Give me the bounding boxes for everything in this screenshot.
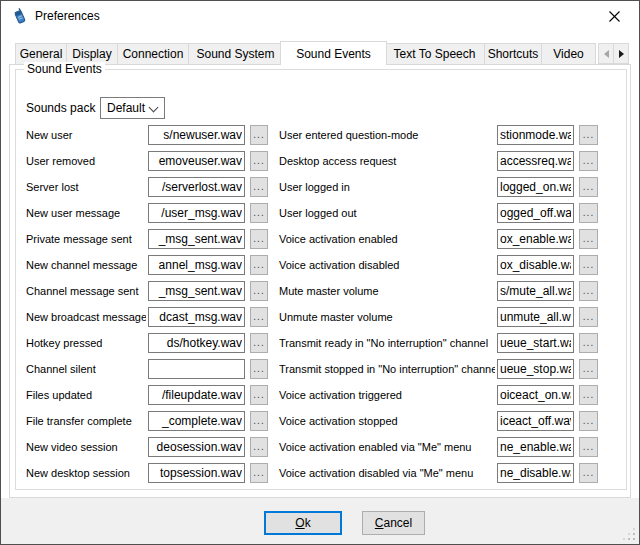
tab-sound-system[interactable]: Sound System bbox=[188, 43, 283, 64]
browse-button[interactable]: ... bbox=[579, 229, 598, 249]
tab-scroll-left-button[interactable] bbox=[598, 43, 614, 64]
browse-button[interactable]: ... bbox=[250, 125, 268, 145]
sound-file-input[interactable] bbox=[148, 151, 245, 171]
sound-file-input[interactable] bbox=[148, 229, 245, 249]
sounds-pack-value: Default bbox=[107, 98, 145, 118]
tab-sound-events[interactable]: Sound Events bbox=[280, 41, 387, 65]
browse-button[interactable]: ... bbox=[579, 307, 598, 327]
browse-button[interactable]: ... bbox=[579, 151, 598, 171]
tab-scroll-right-button[interactable] bbox=[613, 43, 629, 64]
sound-file-input[interactable] bbox=[497, 281, 574, 301]
sound-file-input[interactable] bbox=[148, 307, 245, 327]
tab-connection[interactable]: Connection bbox=[117, 43, 189, 64]
tab-label: General bbox=[20, 47, 63, 61]
event-label: File transfer complete bbox=[26, 411, 146, 431]
sound-file-input[interactable] bbox=[497, 385, 574, 405]
sound-file-input[interactable] bbox=[497, 333, 574, 353]
tab-display[interactable]: Display bbox=[66, 43, 118, 64]
browse-button[interactable]: ... bbox=[579, 359, 598, 379]
browse-button[interactable]: ... bbox=[579, 255, 598, 275]
event-label: Voice activation enabled via "Me" menu bbox=[279, 437, 495, 457]
tab-general[interactable]: General bbox=[15, 43, 67, 64]
browse-button[interactable]: ... bbox=[579, 463, 598, 483]
browse-button[interactable]: ... bbox=[250, 255, 268, 275]
browse-button[interactable]: ... bbox=[250, 411, 268, 431]
event-label: Voice activation disabled via "Me" menu bbox=[279, 463, 495, 483]
groupbox-title: Sound Events bbox=[24, 62, 105, 76]
sound-file-input[interactable] bbox=[148, 463, 245, 483]
sound-file-input[interactable] bbox=[497, 307, 574, 327]
browse-button[interactable]: ... bbox=[250, 359, 268, 379]
event-label: Files updated bbox=[26, 385, 146, 405]
ok-button[interactable]: Ok bbox=[264, 511, 342, 535]
browse-button[interactable]: ... bbox=[579, 281, 598, 301]
browse-button[interactable]: ... bbox=[250, 437, 268, 457]
sounds-pack-select[interactable]: Default bbox=[100, 97, 165, 119]
event-label: User logged out bbox=[279, 203, 495, 223]
sound-file-input[interactable] bbox=[148, 437, 245, 457]
sound-file-input[interactable] bbox=[148, 385, 245, 405]
browse-button[interactable]: ... bbox=[250, 229, 268, 249]
event-label: New channel message bbox=[26, 255, 146, 275]
tab-label: Video bbox=[553, 47, 583, 61]
event-label: Voice activation disabled bbox=[279, 255, 495, 275]
sound-file-input[interactable] bbox=[497, 255, 574, 275]
browse-button[interactable]: ... bbox=[250, 281, 268, 301]
resize-grip[interactable] bbox=[623, 528, 636, 541]
preferences-dialog: Preferences General Display Connection S… bbox=[0, 0, 640, 545]
browse-button[interactable]: ... bbox=[579, 385, 598, 405]
sound-file-input[interactable] bbox=[148, 203, 245, 223]
sound-file-input[interactable] bbox=[148, 411, 245, 431]
close-button[interactable] bbox=[597, 4, 631, 28]
event-label: New desktop session bbox=[26, 463, 146, 483]
sound-file-input[interactable] bbox=[497, 203, 574, 223]
sound-file-input[interactable] bbox=[497, 151, 574, 171]
browse-button[interactable]: ... bbox=[579, 437, 598, 457]
event-label: Transmit stopped in "No interruption" ch… bbox=[279, 359, 495, 379]
browse-button[interactable]: ... bbox=[579, 411, 598, 431]
sound-file-input[interactable] bbox=[497, 437, 574, 457]
sound-file-input[interactable] bbox=[497, 463, 574, 483]
ok-label-rest: k bbox=[305, 516, 311, 530]
app-icon bbox=[11, 7, 28, 25]
sound-file-input[interactable] bbox=[148, 333, 245, 353]
browse-button[interactable]: ... bbox=[250, 203, 268, 223]
browse-button[interactable]: ... bbox=[579, 203, 598, 223]
sound-file-input[interactable] bbox=[497, 229, 574, 249]
cancel-button[interactable]: Cancel bbox=[362, 511, 425, 535]
tab-video[interactable]: Video bbox=[541, 43, 596, 64]
window-title: Preferences bbox=[35, 9, 100, 23]
sound-file-input[interactable] bbox=[148, 177, 245, 197]
event-label: Desktop access request bbox=[279, 151, 495, 171]
event-label: Server lost bbox=[26, 177, 146, 197]
button-strip: Ok Cancel bbox=[1, 498, 639, 544]
sound-file-input[interactable] bbox=[148, 359, 245, 379]
browse-button[interactable]: ... bbox=[250, 307, 268, 327]
sound-file-input[interactable] bbox=[497, 411, 574, 431]
sound-file-input[interactable] bbox=[148, 125, 245, 145]
tab-label: Sound Events bbox=[296, 47, 371, 61]
sound-file-input[interactable] bbox=[148, 281, 245, 301]
browse-button[interactable]: ... bbox=[579, 333, 598, 353]
browse-button[interactable]: ... bbox=[250, 385, 268, 405]
browse-button[interactable]: ... bbox=[250, 151, 268, 171]
browse-button[interactable]: ... bbox=[579, 125, 598, 145]
browse-button[interactable]: ... bbox=[250, 333, 268, 353]
sound-file-input[interactable] bbox=[497, 125, 574, 145]
event-label: Voice activation stopped bbox=[279, 411, 495, 431]
browse-button[interactable]: ... bbox=[250, 177, 268, 197]
sound-file-input[interactable] bbox=[497, 177, 574, 197]
sound-events-groupbox: Sound Events Sounds pack Default New use… bbox=[15, 69, 627, 490]
tab-text-to-speech[interactable]: Text To Speech bbox=[384, 43, 485, 64]
chevron-down-icon bbox=[149, 103, 159, 113]
sound-file-input[interactable] bbox=[497, 359, 574, 379]
event-label: Transmit ready in "No interruption" chan… bbox=[279, 333, 495, 353]
tab-label: Shortcuts bbox=[488, 47, 539, 61]
browse-button[interactable]: ... bbox=[250, 463, 268, 483]
sound-file-input[interactable] bbox=[148, 255, 245, 275]
tab-shortcuts[interactable]: Shortcuts bbox=[484, 43, 542, 64]
browse-button[interactable]: ... bbox=[579, 177, 598, 197]
title-bar: Preferences bbox=[1, 1, 639, 31]
event-label: New user message bbox=[26, 203, 146, 223]
event-label: Hotkey pressed bbox=[26, 333, 146, 353]
